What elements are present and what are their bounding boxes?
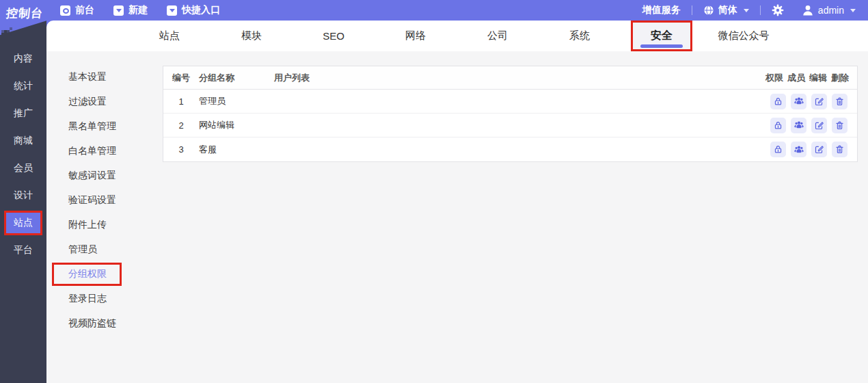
column-header-delete: 删除 xyxy=(831,72,849,84)
table-row: 1 管理员 xyxy=(163,90,857,114)
top-menu-quick-entry[interactable]: 快捷入口 xyxy=(167,4,220,16)
tab-site[interactable]: 站点 xyxy=(128,21,211,51)
row-actions xyxy=(755,118,857,133)
top-menu-new-label: 新建 xyxy=(128,4,148,16)
submenu-item-whitelist[interactable]: 白名单管理 xyxy=(46,139,163,163)
submenu-item-captcha[interactable]: 验证码设置 xyxy=(46,188,163,213)
row-id: 2 xyxy=(163,120,199,131)
divider xyxy=(760,5,761,15)
user-icon xyxy=(802,4,814,16)
top-bar-right: 增值服务 简体 admin xyxy=(642,4,868,16)
sidebar-item-design[interactable]: 设计 xyxy=(0,182,46,209)
main-sidebar: 内容 统计 推广 商城 会员 设计 站点 平台 xyxy=(0,21,46,383)
submenu-item-filter-settings[interactable]: 过滤设置 xyxy=(46,90,163,114)
row-actions xyxy=(755,142,857,157)
permissions-button[interactable] xyxy=(770,142,786,157)
members-button[interactable] xyxy=(791,94,806,109)
divider xyxy=(692,5,692,15)
table-header: 编号 分组名称 用户列表 权限 成员 编辑 删除 xyxy=(163,66,857,90)
trash-icon xyxy=(835,96,845,107)
sidebar-item-site-active[interactable]: 站点 xyxy=(4,211,42,235)
caret-down-icon xyxy=(113,5,124,16)
pixel-decoration xyxy=(1,25,4,27)
sidebar-item-promotion[interactable]: 推广 xyxy=(0,100,46,127)
group-icon xyxy=(794,144,804,155)
settings-gear-button[interactable] xyxy=(772,4,784,16)
lock-icon xyxy=(773,144,783,155)
permissions-button[interactable] xyxy=(770,94,786,109)
gear-icon xyxy=(772,4,784,16)
tab-network[interactable]: 网络 xyxy=(375,21,457,51)
edit-icon xyxy=(814,144,824,155)
submenu-item-basic-settings[interactable]: 基本设置 xyxy=(46,65,163,90)
submenu-item-blacklist[interactable]: 黑名单管理 xyxy=(46,114,163,139)
top-menu-frontend-label: 前台 xyxy=(75,4,94,16)
table-row: 3 客服 xyxy=(163,137,857,161)
edit-button[interactable] xyxy=(811,118,827,133)
sidebar-item-content[interactable]: 内容 xyxy=(0,45,46,72)
delete-button[interactable] xyxy=(832,118,847,133)
chevron-down-icon xyxy=(850,9,856,12)
user-menu[interactable]: admin xyxy=(802,4,856,16)
delete-button[interactable] xyxy=(832,142,847,157)
caret-down-icon xyxy=(167,5,177,16)
members-button[interactable] xyxy=(791,118,806,133)
tab-security-label: 安全 xyxy=(651,29,673,43)
group-icon xyxy=(794,96,804,107)
row-group-name: 管理员 xyxy=(199,95,274,107)
edit-button[interactable] xyxy=(811,142,827,157)
column-header-group-name: 分组名称 xyxy=(199,72,274,84)
tab-bar: 站点 模块 SEO 网络 公司 系统 安全 微信公众号 xyxy=(46,21,868,51)
top-menu-new[interactable]: 新建 xyxy=(113,4,148,16)
row-actions xyxy=(755,94,857,109)
tab-wechat[interactable]: 微信公众号 xyxy=(703,21,785,51)
lock-icon xyxy=(773,96,783,107)
table-row: 2 网站编辑 xyxy=(163,114,857,137)
lock-icon xyxy=(773,120,783,131)
top-menu-frontend[interactable]: 前台 xyxy=(60,4,94,16)
submenu-item-video-hotlink[interactable]: 视频防盗链 xyxy=(46,311,163,336)
sidebar-item-platform[interactable]: 平台 xyxy=(0,237,46,264)
chevron-down-icon xyxy=(744,9,749,12)
active-tab-underline xyxy=(640,44,683,48)
app-logo-text: 控制台 xyxy=(5,5,44,21)
language-label: 简体 xyxy=(718,4,737,16)
tab-security-active[interactable]: 安全 xyxy=(631,21,692,51)
submenu-item-group-permissions-active[interactable]: 分组权限 xyxy=(52,263,122,286)
annotation-box-group-permissions: 分组权限 xyxy=(46,262,163,287)
top-bar: 前台 新建 快捷入口 增值服务 简体 admin xyxy=(0,0,868,21)
column-header-id: 编号 xyxy=(163,72,199,84)
members-button[interactable] xyxy=(791,142,806,157)
tab-system[interactable]: 系统 xyxy=(539,21,621,51)
trash-icon xyxy=(835,120,845,131)
language-selector[interactable]: 简体 xyxy=(703,4,749,16)
action-column-headers: 权限 成员 编辑 删除 xyxy=(755,72,857,84)
sidebar-item-mall[interactable]: 商城 xyxy=(0,127,46,155)
permissions-button[interactable] xyxy=(770,118,786,133)
column-header-members: 成员 xyxy=(787,72,805,84)
edit-button[interactable] xyxy=(811,94,827,109)
edit-icon xyxy=(814,120,824,131)
tab-company[interactable]: 公司 xyxy=(457,21,539,51)
sidebar-item-members[interactable]: 会员 xyxy=(0,155,46,182)
column-header-permissions: 权限 xyxy=(765,72,783,84)
submenu-item-administrators[interactable]: 管理员 xyxy=(46,237,163,262)
tab-seo[interactable]: SEO xyxy=(293,21,375,51)
username: admin xyxy=(818,5,844,16)
column-header-edit: 编辑 xyxy=(809,72,827,84)
column-header-user-list: 用户列表 xyxy=(274,72,755,84)
annotation-box-sidebar-site: 站点 xyxy=(0,209,46,237)
submenu-item-attachment-upload[interactable]: 附件上传 xyxy=(46,213,163,237)
value-added-services-link[interactable]: 增值服务 xyxy=(642,4,681,16)
group-icon xyxy=(794,120,804,131)
security-submenu: 基本设置 过滤设置 黑名单管理 白名单管理 敏感词设置 验证码设置 附件上传 管… xyxy=(46,51,163,383)
sidebar-item-statistics[interactable]: 统计 xyxy=(0,72,46,100)
main-content: 基本设置 过滤设置 黑名单管理 白名单管理 敏感词设置 验证码设置 附件上传 管… xyxy=(46,51,868,383)
submenu-item-login-log[interactable]: 登录日志 xyxy=(46,287,163,311)
eye-icon xyxy=(60,5,70,16)
delete-button[interactable] xyxy=(832,94,847,109)
top-menu-quick-entry-label: 快捷入口 xyxy=(182,4,220,16)
tab-modules[interactable]: 模块 xyxy=(211,21,293,51)
submenu-item-sensitive-words[interactable]: 敏感词设置 xyxy=(46,163,163,188)
row-id: 3 xyxy=(163,144,199,155)
